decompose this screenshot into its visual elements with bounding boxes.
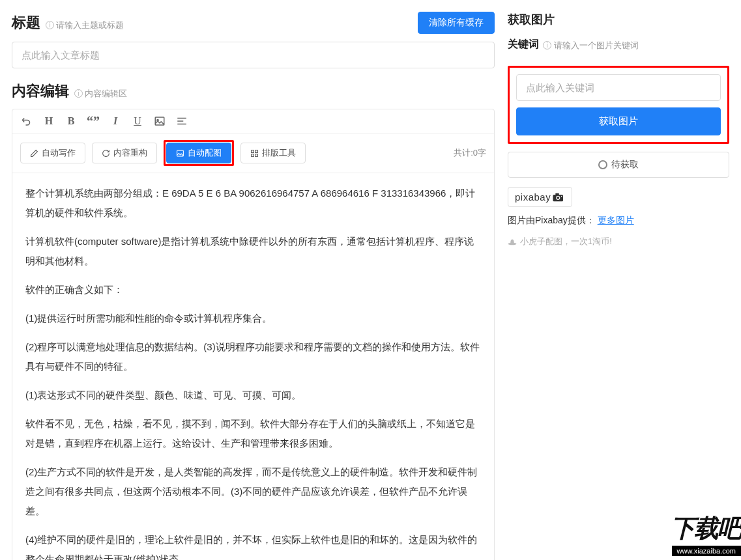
keyword-hint: i 请输入一个图片关键词 <box>543 40 639 51</box>
content-heading: 内容编辑 <box>12 81 69 101</box>
svg-rect-6 <box>252 150 254 152</box>
get-image-section: 获取图片 <box>508 12 729 27</box>
content-paragraph: (2)程序可以满意地处理信息的数据结构。(3)说明程序功能要求和程序需要的文档的… <box>25 337 481 376</box>
title-hint: i 请输入主题或标题 <box>46 20 124 31</box>
content-text-area[interactable]: 整个计算机系统由两部分组成：E 69DA 5 E 6 BA 9062616964… <box>12 173 494 560</box>
italic-icon[interactable]: I <box>109 115 122 128</box>
refresh-icon <box>102 149 110 158</box>
content-paragraph: (1)表达形式不同的硬件类型、颜色、味道、可见、可摸、可闻。 <box>25 385 481 405</box>
pencil-icon <box>30 149 38 158</box>
content-paragraph: 软件看不见，无色，枯燥，看不见，摸不到，闻不到。软件大部分存在于人们的头脑或纸上… <box>25 414 481 453</box>
keyword-label: 关键词 <box>508 38 539 51</box>
pixabay-badge: pixabay <box>508 187 572 207</box>
keyword-input[interactable] <box>516 74 721 101</box>
content-paragraph: (2)生产方式不同的软件是开发，是人类智能的高发挥，而不是传统意义上的硬件制造。… <box>25 462 481 521</box>
get-image-button[interactable]: 获取图片 <box>516 107 721 135</box>
char-count: 共计:0字 <box>454 147 486 159</box>
undo-icon[interactable] <box>20 115 33 128</box>
format-toolbar: H B “” I U <box>12 109 494 133</box>
content-hint: i 内容编辑区 <box>74 88 127 100</box>
camera-icon <box>552 193 565 202</box>
content-paragraph: 计算机软件(computer software)是指计算机系统中除硬件以外的所有… <box>25 232 481 271</box>
info-icon: i <box>46 21 54 29</box>
layout-icon <box>250 149 259 158</box>
picture-icon <box>176 149 184 158</box>
svg-rect-7 <box>255 150 258 152</box>
get-image-heading: 获取图片 <box>508 12 729 27</box>
info-icon: i <box>74 89 83 98</box>
layout-tool-button[interactable]: 排版工具 <box>240 143 306 163</box>
quote-icon[interactable]: “” <box>87 115 100 128</box>
svg-rect-11 <box>556 193 559 195</box>
content-paragraph: 软件的正确含义如下： <box>25 280 481 300</box>
keyword-box-highlight: 获取图片 <box>508 66 729 144</box>
title-section-header: 标题 i 请输入主题或标题 清除所有缓存 <box>12 12 495 34</box>
keyword-section: 关键词 i 请输入一个图片关键词 获取图片 待获取 pixabay 图片由Pix… <box>508 38 729 247</box>
editor-container: H B “” I U 自动写作 <box>12 109 495 560</box>
pending-button[interactable]: 待获取 <box>508 152 729 178</box>
content-paragraph: (4)维护不同的硬件是旧的，理论上软件是旧的，并不坏，但实际上软件也是旧的和坏的… <box>25 530 481 560</box>
svg-point-13 <box>557 196 559 199</box>
action-toolbar: 自动写作 内容重构 自动配图 <box>12 133 494 173</box>
auto-image-button[interactable]: 自动配图 <box>166 143 231 163</box>
title-heading: 标题 <box>12 13 40 33</box>
svg-point-14 <box>561 195 562 197</box>
content-section-header: 内容编辑 i 内容编辑区 <box>12 81 495 101</box>
align-icon[interactable] <box>175 115 188 128</box>
auto-image-highlight: 自动配图 <box>164 140 234 166</box>
tip-line: 小虎子配图，一次1淘币! <box>508 236 729 247</box>
info-icon: i <box>543 41 551 49</box>
auto-write-button[interactable]: 自动写作 <box>20 143 85 163</box>
clear-cache-button[interactable]: 清除所有缓存 <box>418 12 495 34</box>
svg-rect-9 <box>255 154 258 156</box>
hat-icon <box>508 238 517 245</box>
bold-icon[interactable]: B <box>65 115 78 128</box>
underline-icon[interactable]: U <box>131 115 144 128</box>
circle-icon <box>598 160 607 169</box>
content-paragraph: (1)提供运行时所需功能和性能的命令或计算机程序集合。 <box>25 309 481 328</box>
heading-icon[interactable]: H <box>42 115 55 128</box>
article-title-input[interactable] <box>12 42 495 68</box>
svg-rect-8 <box>252 154 254 156</box>
content-rebuild-button[interactable]: 内容重构 <box>92 143 157 163</box>
content-paragraph: 整个计算机系统由两部分组成：E 69DA 5 E 6 BA 9062616964… <box>25 184 481 223</box>
more-images-link[interactable]: 更多图片 <box>598 215 634 225</box>
image-credit: 图片由Pixabay提供： 更多图片 <box>508 215 729 227</box>
image-icon[interactable] <box>153 115 166 128</box>
